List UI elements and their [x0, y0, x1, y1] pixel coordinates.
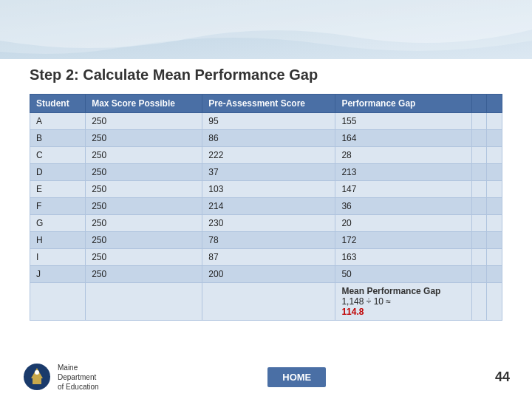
- data-table: Student Max Score Possible Pre-Assessmen…: [30, 94, 502, 321]
- page-title: Step 2: Calculate Mean Performance Gap: [30, 66, 502, 83]
- table-row: A25095155: [30, 113, 502, 130]
- home-button[interactable]: HOME: [267, 367, 326, 387]
- col-performance-gap: Performance Gap: [335, 95, 471, 113]
- footer: Maine Department of Education HOME 44: [0, 362, 532, 392]
- col-extra1: [471, 95, 487, 113]
- summary-row: Mean Performance Gap1,148 ÷ 10 ≈114.8: [30, 283, 502, 321]
- svg-point-4: [35, 370, 39, 375]
- mean-value: 114.8: [341, 307, 364, 317]
- col-student: Student: [30, 95, 86, 113]
- table-header-row: Student Max Score Possible Pre-Assessmen…: [30, 95, 502, 113]
- table-row: I25087163: [30, 249, 502, 266]
- mean-performance-gap-cell: Mean Performance Gap1,148 ÷ 10 ≈114.8: [335, 283, 471, 321]
- table-row: B25086164: [30, 130, 502, 147]
- logo-area: Maine Department of Education: [22, 362, 99, 392]
- svg-rect-3: [33, 378, 41, 384]
- logo-text: Maine Department of Education: [58, 363, 99, 392]
- col-max-score: Max Score Possible: [86, 95, 202, 113]
- table-row: D25037213: [30, 164, 502, 181]
- table-row: E250103147: [30, 181, 502, 198]
- col-extra2: [487, 95, 502, 113]
- main-content: Step 2: Calculate Mean Performance Gap S…: [0, 59, 532, 321]
- table-row: C25022228: [30, 147, 502, 164]
- table-row: H25078172: [30, 232, 502, 249]
- table-row: G25023020: [30, 215, 502, 232]
- header-wave: [0, 0, 532, 59]
- maine-doe-logo: [22, 362, 52, 392]
- table-row: F25021436: [30, 198, 502, 215]
- table-row: J25020050: [30, 266, 502, 283]
- col-pre-assessment: Pre-Assessment Score: [202, 95, 335, 113]
- mean-label: Mean Performance Gap: [341, 286, 440, 296]
- page-number: 44: [495, 369, 510, 385]
